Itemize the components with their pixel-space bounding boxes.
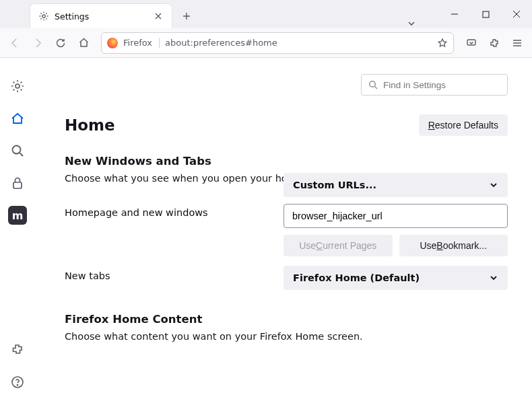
navigation-toolbar: Firefox about:preferences#home	[0, 28, 532, 58]
firefox-logo-icon	[107, 38, 118, 48]
label-newtabs: New tabs	[65, 266, 284, 281]
title-bar: Settings	[0, 0, 532, 28]
reload-button[interactable]	[50, 32, 71, 54]
sidebar-search[interactable]	[5, 139, 30, 163]
close-icon[interactable]	[153, 11, 164, 22]
tab-title: Settings	[55, 11, 147, 22]
search-icon	[368, 80, 378, 89]
use-bookmark-button[interactable]: Use Bookmark...	[399, 235, 508, 256]
svg-rect-5	[13, 182, 22, 188]
chevron-down-icon	[489, 180, 498, 190]
find-input[interactable]	[383, 80, 500, 90]
section-title-nwt: New Windows and Tabs	[65, 155, 508, 168]
label-homepage: Homepage and new windows	[65, 202, 284, 218]
use-current-pages-button[interactable]: Use Current Pages	[284, 235, 393, 256]
newtabs-select[interactable]: Firefox Home (Default)	[284, 266, 508, 290]
svg-point-0	[42, 15, 45, 17]
select-value: Firefox Home (Default)	[293, 272, 420, 283]
page-title: Home	[65, 116, 115, 134]
section-title-fhc: Firefox Home Content	[65, 313, 508, 326]
window-controls	[439, 0, 532, 28]
back-button[interactable]	[4, 32, 26, 54]
home-button[interactable]	[73, 32, 94, 54]
settings-sidebar: m	[0, 58, 35, 405]
forward-button[interactable]	[27, 32, 48, 54]
settings-main: Home Restore Defaults New Windows and Ta…	[35, 58, 532, 405]
homepage-url-input[interactable]	[284, 204, 508, 228]
sidebar-help[interactable]	[5, 370, 30, 394]
select-value: Custom URLs...	[293, 180, 376, 190]
bookmark-star-icon[interactable]	[437, 38, 448, 48]
svg-rect-1	[483, 11, 489, 17]
browser-tab[interactable]: Settings	[30, 4, 172, 28]
tab-dropdown-button[interactable]	[401, 19, 422, 28]
sidebar-addons[interactable]	[5, 338, 30, 362]
minimize-button[interactable]	[439, 0, 470, 28]
restore-defaults-button[interactable]: Restore Defaults	[419, 114, 508, 136]
svg-point-7	[17, 385, 18, 385]
svg-point-4	[13, 146, 21, 154]
sidebar-extension-label: m	[12, 209, 24, 222]
sidebar-extension-item[interactable]: m	[8, 206, 27, 225]
sidebar-home[interactable]	[5, 106, 30, 131]
svg-point-3	[15, 84, 20, 88]
extensions-button[interactable]	[484, 32, 505, 54]
maximize-button[interactable]	[470, 0, 501, 28]
app-menu-button[interactable]	[506, 32, 528, 54]
svg-point-8	[370, 81, 376, 87]
find-in-settings[interactable]	[361, 74, 508, 96]
new-tab-button[interactable]	[176, 5, 197, 27]
url-text: about:preferences#home	[165, 38, 432, 48]
pocket-button[interactable]	[461, 32, 482, 54]
sidebar-general[interactable]	[5, 74, 30, 98]
section-desc-fhc: Choose what content you want on your Fir…	[65, 331, 508, 342]
close-window-button[interactable]	[501, 0, 532, 28]
homepage-mode-select[interactable]: Custom URLs...	[284, 173, 508, 197]
url-bar[interactable]: Firefox about:preferences#home	[101, 32, 454, 54]
sidebar-privacy[interactable]	[5, 171, 30, 195]
url-brand: Firefox	[123, 38, 160, 48]
gear-icon	[38, 11, 49, 22]
chevron-down-icon	[489, 273, 498, 283]
